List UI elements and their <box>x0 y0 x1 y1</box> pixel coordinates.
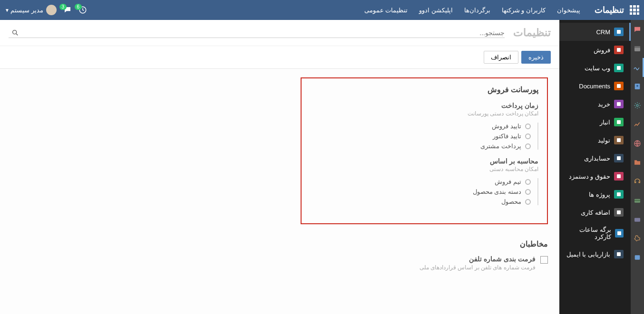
rail-sales-icon[interactable] <box>631 115 644 134</box>
sidebar-item-12[interactable]: بازاریابی با ایمیل <box>559 245 631 263</box>
topbar-right: 6 3 مدیر سیستم ▼ <box>5 5 87 15</box>
page-title: تنظیمات <box>513 27 551 39</box>
settings-content[interactable]: پورسانت فروش زمان پرداخت امکان پرداخت دس… <box>0 69 559 314</box>
menu-odoo-app[interactable]: اپلیکشن ادوو <box>414 4 458 17</box>
menu-users[interactable]: کاربران و شرکتها <box>497 4 550 17</box>
pay-time-block: زمان پرداخت امکان پرداخت دستی پورسانت تا… <box>310 102 538 150</box>
rail-inventory-icon[interactable] <box>631 210 644 229</box>
sidebar-item-label: وب سایت <box>585 65 610 72</box>
rail-signature-icon[interactable] <box>631 58 644 77</box>
phone-format-checkbox[interactable] <box>540 256 548 264</box>
svg-rect-20 <box>617 192 621 196</box>
topbar-menu: پیشخوان کاربران و شرکتها برگردان‌ها اپلی… <box>360 4 585 17</box>
radio-product[interactable]: محصول <box>310 198 531 205</box>
svg-rect-17 <box>617 138 621 142</box>
radio-category[interactable]: دسته بندی محصول <box>310 188 531 195</box>
sidebar-item-label: تولید <box>598 137 610 144</box>
sidebar-icon <box>614 190 624 199</box>
sidebar-icon <box>614 250 624 258</box>
sidebar-item-6[interactable]: تولید <box>559 131 631 149</box>
radio-sale-confirm[interactable]: تایید فروش <box>310 123 531 130</box>
svg-rect-16 <box>617 120 621 124</box>
contacts-section: مخاطبان فرمت بندی شماره تلفن فرمت شماره … <box>301 239 548 271</box>
svg-point-4 <box>636 85 638 87</box>
rail-website-icon[interactable] <box>631 134 644 153</box>
sidebar-icon <box>614 154 624 162</box>
sidebar-item-label: حسابداری <box>584 155 610 162</box>
save-button[interactable]: ذخیره <box>521 51 551 64</box>
menu-translations[interactable]: برگردان‌ها <box>459 4 495 17</box>
sidebar-item-label: حقوق و دستمزد <box>569 173 610 180</box>
sidebar-icon <box>614 118 624 126</box>
menu-general[interactable]: تنظیمات عمومی <box>360 4 413 17</box>
sidebar-item-2[interactable]: وب سایت <box>559 59 631 77</box>
sidebar-item-label: انبار <box>600 119 610 126</box>
apps-icon[interactable] <box>630 5 639 15</box>
radio-customer-pay[interactable]: پرداخت مشتری <box>310 143 531 150</box>
rail-contacts-icon[interactable] <box>631 77 644 96</box>
sidebar-item-label: فروش <box>594 47 610 54</box>
activity-icon[interactable]: 6 <box>78 6 87 14</box>
user-name-label: مدیر سیستم <box>10 7 43 14</box>
commission-section: پورسانت فروش زمان پرداخت امکان پرداخت دس… <box>301 77 548 224</box>
sidebar-item-0[interactable]: CRM <box>559 23 631 41</box>
sidebar-icon <box>614 208 624 217</box>
search-input[interactable] <box>22 29 505 37</box>
main-area: تنظیمات ذخیره انصراف پورسانت فروش زمان پ… <box>0 20 559 314</box>
calc-desc: امکان محاسبه دستی <box>310 166 538 172</box>
rail-documents-icon[interactable] <box>631 153 644 172</box>
radio-label: تیم فروش <box>495 178 521 185</box>
activity-badge: 6 <box>75 4 82 10</box>
sidebar-item-7[interactable]: حسابداری <box>559 149 631 167</box>
sidebar-item-5[interactable]: انبار <box>559 113 631 131</box>
pay-time-desc: امکان پرداخت دستی پورسانت <box>310 110 538 117</box>
cancel-button[interactable]: انصراف <box>484 51 518 64</box>
radio-label: تایید فاکتور <box>493 133 521 140</box>
svg-rect-12 <box>617 48 621 52</box>
pay-time-title: زمان پرداخت <box>310 102 538 109</box>
search-wrap <box>9 28 505 38</box>
messages-icon[interactable]: 3 <box>63 6 72 14</box>
sidebar-item-3[interactable]: Documents <box>559 77 631 95</box>
sidebar-item-4[interactable]: خرید <box>559 95 631 113</box>
rail-calendar-icon[interactable] <box>631 39 644 58</box>
phone-format-row: فرمت بندی شماره تلفن فرمت شماره های تلفن… <box>301 255 548 271</box>
sidebar-item-label: خرید <box>598 101 610 108</box>
calc-title: محاسبه بر اساس <box>310 157 538 165</box>
sidebar-item-1[interactable]: فروش <box>559 41 631 59</box>
phone-format-label: فرمت بندی شماره تلفن <box>420 255 536 263</box>
sidebar-icon <box>614 82 624 90</box>
sidebar-item-11[interactable]: برگه ساعات کارکرد <box>559 221 631 245</box>
menu-dashboard[interactable]: پیشخوان <box>552 4 585 17</box>
rail-manufacturing-icon[interactable] <box>631 229 644 248</box>
sidebar-icon <box>614 100 624 108</box>
radio-sales-team[interactable]: تیم فروش <box>310 178 531 185</box>
radio-label: دسته بندی محصول <box>473 188 521 195</box>
svg-rect-21 <box>617 210 621 214</box>
svg-rect-15 <box>617 102 621 106</box>
svg-rect-2 <box>634 46 640 48</box>
sidebar-item-10[interactable]: اضافه کاری <box>559 203 631 221</box>
radio-label: محصول <box>501 198 521 205</box>
sidebar-icon <box>614 64 624 72</box>
rail-discuss-icon[interactable] <box>631 20 644 39</box>
calc-block: محاسبه بر اساس امکان محاسبه دستی تیم فرو… <box>310 157 538 205</box>
messages-badge: 3 <box>59 4 67 10</box>
radio-label: پرداخت مشتری <box>480 143 521 150</box>
topbar: تنظیمات پیشخوان کاربران و شرکتها برگردان… <box>0 0 644 20</box>
sidebar-item-8[interactable]: حقوق و دستمزد <box>559 167 631 185</box>
rail-more-icon[interactable] <box>631 248 644 267</box>
user-menu[interactable]: مدیر سیستم ▼ <box>5 5 57 15</box>
rail-support-icon[interactable] <box>631 172 644 191</box>
rail-purchase-icon[interactable] <box>631 191 644 210</box>
sidebar-item-label: پروژه ها <box>589 191 610 198</box>
rail-crm-icon[interactable] <box>631 96 644 115</box>
svg-point-24 <box>13 30 17 34</box>
radio-invoice-confirm[interactable]: تایید فاکتور <box>310 133 531 140</box>
settings-sidebar: CRMفروشوب سایتDocumentsخریدانبارتولیدحسا… <box>559 20 631 314</box>
sidebar-item-label: برگه ساعات کارکرد <box>565 226 611 240</box>
search-icon[interactable] <box>9 29 22 37</box>
sidebar-item-9[interactable]: پروژه ها <box>559 185 631 203</box>
svg-rect-19 <box>617 174 621 178</box>
svg-rect-11 <box>617 30 621 34</box>
